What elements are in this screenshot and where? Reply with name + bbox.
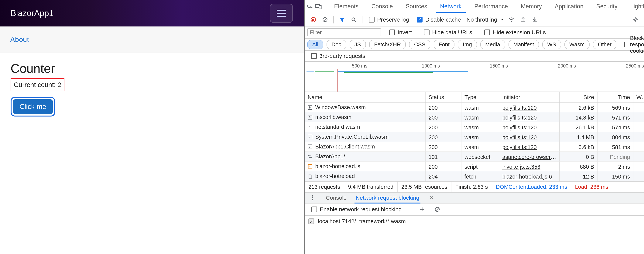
request-row[interactable]: WindowsBase.wasm200wasmpolyfills.ts:1202… [304, 103, 644, 112]
timeline-tick: 2000 ms [558, 63, 576, 69]
initiator-link[interactable]: polyfills.ts:120 [502, 144, 537, 150]
filter-pill-font[interactable]: Font [434, 40, 454, 49]
panel-tab-performance[interactable]: Performance [468, 0, 514, 13]
app-navbar: BlazorApp1 [0, 0, 304, 27]
col-type: Type [462, 92, 499, 102]
panel-tab-sources[interactable]: Sources [399, 0, 434, 13]
timeline-overview[interactable]: 500 ms1000 ms1500 ms2000 ms2500 ms [304, 62, 644, 92]
inspect-element-icon[interactable] [307, 2, 313, 11]
clear-button[interactable] [320, 15, 330, 24]
svg-rect-5 [319, 6, 321, 9]
request-row[interactable]: BlazorApp1.Client.wasm200wasmpolyfills.t… [304, 142, 644, 152]
request-row[interactable]: netstandard.wasm200wasmpolyfills.ts:1202… [304, 122, 644, 132]
filter-pill-img[interactable]: Img [458, 40, 477, 49]
filter-input[interactable] [307, 28, 381, 36]
add-pattern-button[interactable] [418, 205, 427, 214]
resource-type-filters: AllDocJSFetch/XHRCSSFontImgMediaManifest… [304, 39, 644, 51]
filter-pill-fetchxhr[interactable]: Fetch/XHR [369, 40, 406, 49]
third-party-row: 3rd-party requests [304, 51, 644, 62]
drawer-more-icon[interactable] [308, 193, 317, 202]
hamburger-icon [276, 9, 287, 18]
filter-pill-ws[interactable]: WS [542, 40, 561, 49]
import-har-icon[interactable] [530, 15, 539, 24]
initiator-link[interactable]: polyfills.ts:120 [502, 134, 537, 140]
request-name: blazor-hotreload [315, 173, 355, 179]
filter-pill-media[interactable]: Media [480, 40, 505, 49]
preserve-log-checkbox[interactable]: Preserve log [369, 17, 409, 23]
panel-tab-memory[interactable]: Memory [514, 0, 548, 13]
throttling-select[interactable]: No throttling [466, 17, 497, 23]
network-conditions-icon[interactable] [507, 15, 516, 24]
panel-tab-elements[interactable]: Elements [328, 0, 365, 13]
request-row[interactable]: jsblazor-hotreload.js200scriptinvoke-js.… [304, 161, 644, 171]
remove-all-patterns-button[interactable] [433, 205, 442, 214]
svg-line-22 [634, 21, 634, 21]
network-status-bar: 213 requests 9.4 MB transferred 23.5 MB … [304, 181, 644, 192]
request-name: WindowsBase.wasm [315, 104, 366, 110]
filter-pill-js[interactable]: JS [350, 40, 366, 49]
filter-pill-css[interactable]: CSS [409, 40, 430, 49]
menu-toggle-button[interactable] [270, 4, 293, 23]
hide-data-urls-checkbox[interactable]: Hide data URLs [424, 29, 472, 36]
timeline-tick: 1500 ms [490, 63, 508, 69]
request-row[interactable]: System.Private.CoreLib.wasm200wasmpolyfi… [304, 132, 644, 142]
col-status: Status [426, 92, 462, 102]
initiator-link[interactable]: aspnetcore-browser-… [502, 154, 558, 160]
blocking-pattern-row[interactable]: ✓ localhost:7142/_framework/*.wasm [304, 216, 644, 227]
close-drawer-tab-icon[interactable]: ✕ [429, 195, 434, 201]
initiator-link[interactable]: polyfills.ts:120 [502, 124, 537, 130]
initiator-link[interactable]: blazor-hotreload.js:6 [502, 174, 552, 180]
svg-point-32 [312, 197, 313, 198]
enable-blocking-checkbox[interactable]: Enable network request blocking [312, 206, 402, 212]
initiator-link[interactable]: invoke-js.ts:353 [502, 164, 540, 170]
requests-table-header[interactable]: Name Status Type Initiator Size Time Wat… [304, 92, 644, 103]
col-size: Size [560, 92, 598, 102]
search-icon[interactable] [349, 15, 358, 24]
filter-pill-other[interactable]: Other [593, 40, 616, 49]
drawer-tab-network-request-blocking[interactable]: Network request blocking [354, 192, 420, 203]
col-name: Name [304, 92, 426, 102]
panel-tab-application[interactable]: Application [548, 0, 590, 13]
network-settings-icon[interactable] [631, 15, 640, 24]
record-button[interactable] [309, 15, 318, 24]
throttling-caret-icon[interactable]: ▼ [501, 18, 504, 21]
invert-checkbox[interactable]: Invert [389, 29, 412, 36]
svg-point-10 [352, 18, 355, 21]
svg-line-9 [324, 18, 326, 21]
about-link[interactable]: About [10, 36, 29, 44]
initiator-link[interactable]: polyfills.ts:120 [502, 115, 537, 121]
disable-cache-label: Disable cache [425, 17, 461, 23]
request-row[interactable]: BlazorApp1/101websocketaspnetcore-browse… [304, 152, 644, 161]
request-row[interactable]: blazor-hotreload204fetchblazor-hotreload… [304, 171, 644, 181]
filter-bar: Invert Hide data URLs Hide extension URL… [304, 27, 644, 39]
page-title: Counter [10, 61, 294, 76]
request-name: BlazorApp1.Client.wasm [315, 144, 375, 150]
filter-toggle-icon[interactable] [338, 15, 346, 24]
device-toolbar-icon[interactable] [315, 2, 322, 11]
filter-pill-doc[interactable]: Doc [326, 40, 346, 49]
panel-tab-network[interactable]: Network [434, 0, 468, 13]
network-toolbar: Preserve log ✓Disable cache No throttlin… [304, 13, 644, 27]
svg-text:js: js [309, 165, 311, 168]
third-party-checkbox[interactable]: 3rd-party requests [311, 53, 365, 59]
filter-pill-wasm[interactable]: Wasm [564, 40, 590, 49]
filter-pill-manifest[interactable]: Manifest [508, 40, 539, 49]
pattern-text: localhost:7142/_framework/*.wasm [318, 218, 406, 224]
panel-tab-lighthous[interactable]: Lighthous [624, 0, 644, 13]
pattern-enabled-checkbox[interactable]: ✓ [308, 218, 314, 224]
export-har-icon[interactable] [518, 15, 528, 24]
svg-line-20 [634, 18, 634, 19]
hide-extension-urls-checkbox[interactable]: Hide extension URLs [484, 29, 546, 36]
panel-tab-console[interactable]: Console [365, 0, 399, 13]
panel-tab-security[interactable]: Security [590, 0, 624, 13]
request-name: BlazorApp1/ [315, 153, 345, 160]
disable-cache-checkbox[interactable]: ✓Disable cache [417, 17, 461, 23]
filter-pill-all[interactable]: All [307, 40, 323, 49]
request-blocking-toolbar: Enable network request blocking [304, 203, 644, 216]
click-me-button[interactable]: Click me [13, 99, 53, 114]
svg-rect-7 [312, 19, 314, 21]
initiator-link[interactable]: polyfills.ts:120 [502, 105, 537, 111]
svg-point-12 [511, 21, 512, 22]
request-row[interactable]: mscorlib.wasm200wasmpolyfills.ts:12014.8… [304, 112, 644, 122]
drawer-tab-console[interactable]: Console [325, 192, 348, 203]
